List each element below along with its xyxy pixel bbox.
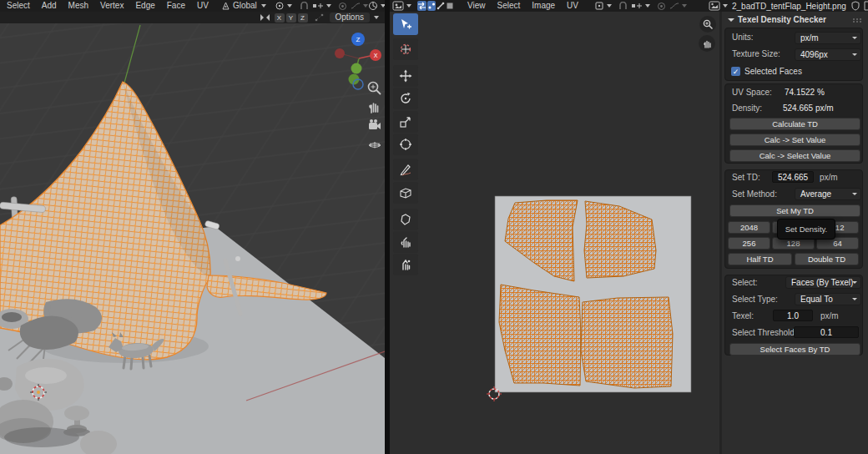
orientation-dropdown[interactable]: Global [230, 0, 259, 12]
preset-2048-button[interactable]: 2048 [728, 221, 770, 234]
uv-menu-view[interactable]: View [462, 0, 492, 12]
menu-uv[interactable]: UV [191, 0, 214, 12]
falloff-curve-icon[interactable] [351, 0, 361, 12]
annotate-icon [399, 163, 412, 176]
image-name[interactable]: 2_badTD_tentFlap_Height.png [732, 2, 846, 11]
relax-tool-button[interactable] [393, 231, 418, 253]
half-td-button[interactable]: Half TD [728, 253, 792, 265]
density-value: 524.665 px/m [783, 103, 834, 114]
menu-add[interactable]: Add [36, 0, 63, 12]
calc-set-value-button[interactable]: Calc -> Set Value [729, 134, 860, 146]
calc-select-value-button[interactable]: Calc -> Select Value [729, 149, 860, 162]
edge-select-mode[interactable] [437, 1, 445, 11]
uv-header: View Select Image UV 2_badTD_tentFlap_ [390, 0, 868, 12]
selected-faces-checkbox[interactable]: ✓ [731, 67, 740, 76]
uv-island-bottom-left[interactable] [499, 285, 581, 386]
menu-face[interactable]: Face [161, 0, 191, 12]
camera-view-icon[interactable] [366, 117, 383, 134]
vertex-select-mode[interactable] [427, 1, 436, 11]
proportional-edit-icon[interactable] [338, 0, 347, 12]
select-dropdown[interactable]: Faces (By Texel) [785, 276, 861, 289]
zoom-tool-icon[interactable] [366, 80, 383, 97]
mirror-x-toggle[interactable]: X [275, 13, 285, 23]
3d-scene[interactable] [0, 0, 385, 454]
image-browse-icon[interactable] [709, 0, 720, 12]
panel-title[interactable]: Texel Density Checker [738, 14, 826, 26]
uv-sync-selection-toggle[interactable] [417, 1, 426, 11]
sidebar-divider[interactable] [719, 12, 722, 454]
uv-menu-image[interactable]: Image [526, 0, 561, 12]
editor-divider[interactable] [385, 0, 390, 454]
mirror-icon[interactable] [260, 12, 270, 23]
units-dropdown[interactable]: px/m [795, 32, 861, 44]
uv-snap-with-icon[interactable] [631, 0, 643, 12]
pinch-hand-icon [399, 258, 412, 271]
gizmo-neg-x-axis[interactable] [335, 48, 345, 58]
face-select-mode[interactable] [446, 1, 454, 11]
scale-tool-button[interactable] [393, 111, 418, 133]
svg-text:X: X [374, 53, 378, 58]
pivot-point-icon[interactable] [275, 0, 285, 12]
rip-region-tool-button[interactable] [393, 182, 418, 204]
select-type-label: Select Type: [732, 294, 778, 305]
annotate-tool-button[interactable] [393, 159, 418, 180]
tweak-tool-button[interactable] [393, 13, 418, 35]
grab-tool-button[interactable] [393, 209, 418, 230]
fake-user-shield-icon[interactable] [851, 0, 860, 12]
snap-points-icon[interactable] [315, 12, 325, 23]
svg-text:Z: Z [356, 36, 361, 43]
units-label: Units: [732, 32, 754, 43]
uv-space-label: UV Space: [732, 87, 772, 98]
snap-magnet-icon[interactable] [300, 0, 309, 12]
menu-vertex[interactable]: Vertex [94, 0, 129, 12]
3d-viewport[interactable]: Select Add Mesh Vertex Edge Face UV Glob… [0, 0, 385, 454]
select-faces-by-td-button[interactable]: Select Faces By TD [729, 343, 860, 356]
calculate-td-button[interactable]: Calculate TD [729, 118, 860, 130]
set-my-td-button[interactable]: Set My TD [729, 204, 860, 217]
texture-size-dropdown[interactable]: 4096px [795, 48, 861, 61]
double-td-button[interactable]: Double TD [795, 253, 859, 265]
mirror-y-toggle[interactable]: Y [286, 13, 296, 23]
rotate-tool-button[interactable] [393, 88, 418, 109]
3d-header-row1: Select Add Mesh Vertex Edge Face UV Glob… [0, 0, 385, 12]
uv-island-bottom-right[interactable] [581, 297, 673, 388]
select-threshold-field[interactable]: 0.1 [794, 326, 859, 338]
panel-collapse-chevron[interactable] [728, 18, 734, 22]
texel-field[interactable]: 1.0 [773, 310, 813, 321]
transform-tool-button[interactable] [393, 134, 418, 155]
new-image-icon[interactable] [864, 0, 868, 12]
preset-256-button[interactable]: 256 [728, 237, 770, 250]
move-tool-button[interactable] [393, 65, 418, 87]
menu-edge[interactable]: Edge [129, 0, 160, 12]
select-type-dropdown[interactable]: Equal To [795, 293, 861, 305]
uv-pan-button[interactable] [699, 35, 715, 52]
blender-window: Select Add Mesh Vertex Edge Face UV Glob… [0, 0, 868, 454]
tooltip: Set Density. [777, 219, 835, 240]
uv-zoom-button[interactable] [699, 16, 716, 33]
uv-canvas[interactable] [390, 12, 719, 454]
select-label: Select: [732, 277, 758, 289]
uv-falloff-icon[interactable] [669, 0, 679, 12]
set-method-dropdown[interactable]: Average [795, 188, 861, 200]
options-dropdown[interactable]: Options [330, 13, 370, 23]
mirror-z-toggle[interactable]: Z [298, 13, 308, 23]
gizmo-y-axis[interactable] [351, 63, 362, 74]
panel-drag-grip[interactable] [853, 18, 861, 22]
pan-hand-icon[interactable] [366, 98, 383, 115]
selected-faces-label[interactable]: Selected Faces [744, 66, 802, 78]
uv-proportional-icon[interactable] [657, 0, 666, 12]
uv-menu-select[interactable]: Select [492, 0, 527, 12]
menu-mesh[interactable]: Mesh [63, 0, 94, 12]
cursor-2d-icon [399, 43, 412, 56]
ortho-grid-icon[interactable] [366, 134, 383, 151]
uv-menu-uv[interactable]: UV [561, 0, 584, 12]
snap-with-icon[interactable] [312, 0, 324, 12]
pinch-tool-button[interactable] [393, 254, 418, 275]
set-td-field[interactable]: 524.665 [772, 171, 814, 183]
uv-pivot-icon[interactable] [594, 0, 604, 12]
menu-select[interactable]: Select [1, 0, 36, 12]
editor-type-icon[interactable] [392, 0, 404, 12]
cursor-tool-button[interactable] [393, 38, 418, 60]
uv-snap-magnet-icon[interactable] [618, 0, 628, 12]
pie-overlay-icon[interactable] [368, 0, 378, 12]
